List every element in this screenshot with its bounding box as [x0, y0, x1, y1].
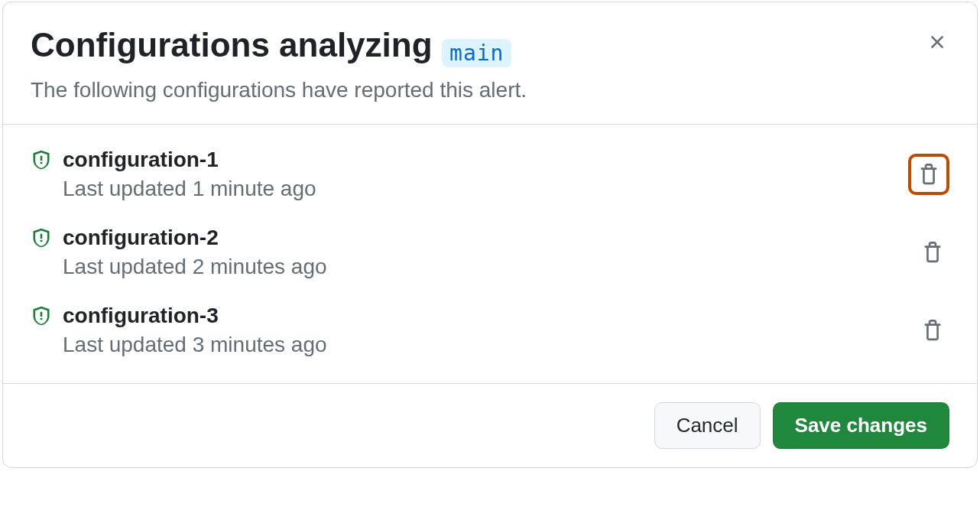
config-name: configuration-1 — [63, 148, 897, 172]
dialog-title: Configurations analyzing — [31, 26, 433, 63]
config-content: configuration-1Last updated 1 minute ago — [63, 148, 897, 201]
config-meta: Last updated 2 minutes ago — [63, 255, 905, 279]
branch-badge: main — [442, 39, 511, 67]
dialog-header: Configurations analyzing main The follow… — [3, 2, 977, 125]
trash-icon — [922, 242, 943, 263]
shield-alert-icon — [31, 227, 52, 249]
configurations-dialog: Configurations analyzing main The follow… — [2, 2, 978, 468]
dialog-footer: Cancel Save changes — [3, 384, 977, 467]
trash-icon — [918, 164, 939, 185]
shield-alert-icon — [31, 305, 52, 327]
delete-config-button[interactable] — [916, 236, 949, 269]
trash-icon — [922, 320, 943, 341]
config-content: configuration-3Last updated 3 minutes ag… — [63, 304, 905, 357]
shield-alert-icon — [31, 149, 52, 171]
delete-config-button[interactable] — [916, 314, 949, 347]
config-item: configuration-1Last updated 1 minute ago — [31, 135, 949, 213]
close-icon — [926, 31, 948, 53]
close-button[interactable] — [925, 30, 949, 54]
dialog-subtitle: The following configurations have report… — [31, 78, 949, 102]
config-content: configuration-2Last updated 2 minutes ag… — [63, 226, 905, 279]
config-meta: Last updated 1 minute ago — [63, 177, 897, 201]
config-list: configuration-1Last updated 1 minute ago… — [3, 125, 977, 384]
cancel-button[interactable]: Cancel — [654, 402, 761, 449]
save-button[interactable]: Save changes — [773, 402, 949, 449]
config-name: configuration-3 — [63, 304, 905, 328]
delete-config-button[interactable] — [908, 154, 949, 195]
config-meta: Last updated 3 minutes ago — [63, 333, 905, 357]
config-name: configuration-2 — [63, 226, 905, 250]
config-item: configuration-3Last updated 3 minutes ag… — [31, 291, 949, 369]
config-item: configuration-2Last updated 2 minutes ag… — [31, 213, 949, 291]
